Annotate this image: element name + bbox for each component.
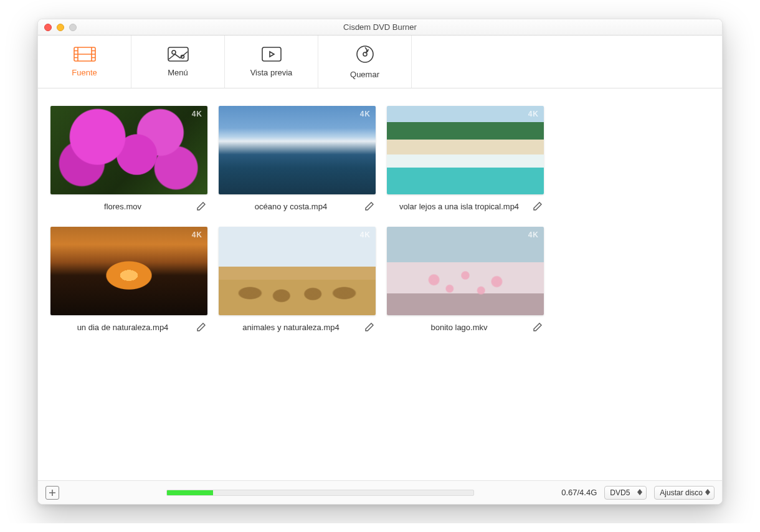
add-button[interactable] bbox=[45, 486, 59, 500]
window-title: Cisdem DVD Burner bbox=[38, 22, 722, 32]
app-window: Cisdem DVD Burner Fuente bbox=[37, 19, 723, 505]
edit-button[interactable] bbox=[363, 321, 376, 333]
preview-icon bbox=[262, 47, 282, 62]
clip-item[interactable]: 4K flores.mov bbox=[50, 106, 207, 216]
tab-menu[interactable]: Menú bbox=[131, 36, 225, 88]
clip-thumbnail[interactable]: 4K bbox=[50, 227, 207, 315]
clip-filename: flores.mov bbox=[50, 202, 195, 211]
edit-button[interactable] bbox=[195, 321, 207, 333]
titlebar: Cisdem DVD Burner bbox=[38, 19, 722, 36]
tab-label: Fuente bbox=[72, 68, 97, 77]
resolution-badge: 4K bbox=[360, 110, 371, 118]
tab-label: Quemar bbox=[350, 70, 379, 79]
film-icon bbox=[74, 47, 96, 62]
footer-bar: 0.67/4.4G DVD5 Ajustar disco bbox=[38, 480, 722, 504]
disc-type-value: DVD5 bbox=[610, 488, 630, 497]
edit-button[interactable] bbox=[363, 200, 376, 212]
tabbar: Fuente Menú Vista previa bbox=[38, 36, 722, 88]
svg-rect-11 bbox=[262, 47, 281, 61]
clip-thumbnail[interactable]: 4K bbox=[387, 227, 544, 315]
clip-filename: volar lejos a una isla tropical.mp4 bbox=[387, 202, 531, 211]
svg-marker-12 bbox=[270, 52, 274, 57]
clip-thumbnail[interactable]: 4K bbox=[219, 227, 376, 315]
resolution-badge: 4K bbox=[192, 230, 202, 239]
progress-zone bbox=[67, 490, 549, 496]
clip-thumbnail[interactable]: 4K bbox=[219, 106, 376, 194]
clip-item[interactable]: 4K animales y naturaleza.mp4 bbox=[219, 227, 376, 336]
clip-item[interactable]: 4K océano y costa.mp4 bbox=[219, 106, 376, 216]
disc-usage-text: 0.67/4.4G bbox=[561, 488, 597, 497]
clip-thumbnail[interactable]: 4K bbox=[50, 106, 207, 194]
clip-thumbnail[interactable]: 4K bbox=[387, 106, 544, 194]
clip-filename: océano y costa.mp4 bbox=[219, 202, 363, 211]
resolution-badge: 4K bbox=[528, 110, 539, 118]
resolution-badge: 4K bbox=[528, 230, 539, 239]
tab-preview[interactable]: Vista previa bbox=[225, 36, 318, 88]
edit-button[interactable] bbox=[531, 321, 544, 333]
clip-filename: animales y naturaleza.mp4 bbox=[219, 323, 363, 332]
fit-disc-value: Ajustar disco bbox=[660, 488, 703, 497]
clip-filename: un dia de naturaleza.mp4 bbox=[50, 323, 195, 332]
edit-button[interactable] bbox=[531, 200, 544, 212]
fit-disc-select[interactable]: Ajustar disco bbox=[654, 486, 715, 500]
tab-label: Vista previa bbox=[250, 68, 293, 77]
svg-point-13 bbox=[357, 46, 373, 62]
clip-grid: 4K flores.mov 4K océano y costa.mp4 bbox=[38, 88, 722, 480]
burn-icon bbox=[356, 45, 374, 64]
tab-burn[interactable]: Quemar bbox=[318, 36, 412, 88]
clip-item[interactable]: 4K bonito lago.mkv bbox=[387, 227, 544, 336]
disc-usage-fill bbox=[167, 490, 213, 495]
resolution-badge: 4K bbox=[360, 230, 371, 239]
clip-filename: bonito lago.mkv bbox=[387, 323, 531, 332]
disc-usage-bar bbox=[166, 490, 474, 496]
svg-point-14 bbox=[363, 52, 367, 56]
clip-item[interactable]: 4K un dia de naturaleza.mp4 bbox=[50, 227, 207, 336]
menu-template-icon bbox=[168, 47, 189, 62]
disc-type-select[interactable]: DVD5 bbox=[604, 486, 647, 500]
tab-label: Menú bbox=[168, 68, 188, 77]
clip-item[interactable]: 4K volar lejos a una isla tropical.mp4 bbox=[387, 106, 544, 216]
edit-button[interactable] bbox=[195, 200, 207, 212]
tab-source[interactable]: Fuente bbox=[38, 36, 131, 88]
resolution-badge: 4K bbox=[192, 110, 202, 118]
